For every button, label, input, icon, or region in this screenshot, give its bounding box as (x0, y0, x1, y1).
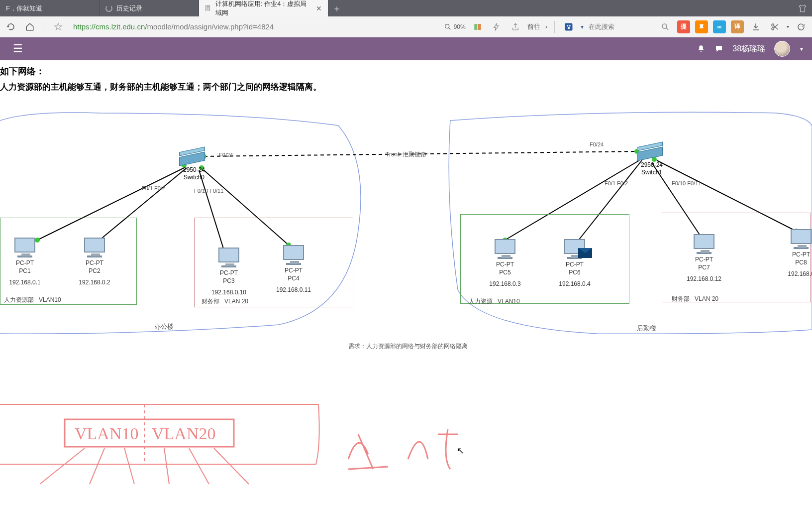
close-icon[interactable]: ✕ (316, 4, 322, 12)
dept: 人力资源部 (4, 296, 34, 303)
restore-icon[interactable] (794, 20, 808, 34)
port-label: F0/1 F0/2 (142, 185, 165, 191)
port-label: F0/24 (219, 152, 233, 158)
pc-name: PC7 (698, 264, 710, 271)
tab-label: F，你就知道 (6, 4, 42, 13)
pc4: PC-PTPC4 192.168.0.11 (271, 245, 316, 293)
ext-icon-4[interactable]: 译 (731, 20, 744, 33)
ext-icon-3[interactable]: ∞ (713, 20, 726, 33)
vlan: VLAN 20 (224, 298, 248, 305)
pc-name: PC6 (569, 269, 580, 276)
search-icon[interactable] (658, 20, 672, 34)
page-content: 如下网络： 人力资源部的主机能够互通，财务部的主机能够互通；两个部门之间的网络逻… (0, 60, 812, 508)
switch-name: Switch1 (641, 169, 662, 176)
svg-rect-3 (478, 24, 481, 30)
pc-type: PC-PT (86, 259, 103, 266)
chevron-right-icon[interactable]: › (545, 23, 547, 30)
switch0: 2950-24Switch0 (179, 150, 209, 181)
svg-line-37 (90, 448, 104, 484)
pc3: PC-PTPC3 192.168.0.10 (206, 248, 251, 296)
pc-name: PC8 (795, 259, 807, 266)
svg-point-1 (445, 24, 449, 28)
reload-button[interactable] (4, 20, 18, 34)
pc-name: PC2 (89, 267, 100, 274)
nav-text[interactable]: 前往 (527, 22, 540, 31)
pc-type: PC-PT (792, 251, 810, 258)
pc-ip: 192.168.0.10 (206, 289, 251, 296)
pc-ip: 192.168.0.2 (72, 279, 117, 286)
building-label: 后勤楼 (637, 324, 656, 333)
pc-type: PC-PT (220, 269, 238, 276)
home-button[interactable] (23, 20, 37, 34)
dept: 人力资源 (469, 298, 493, 305)
tab-2-active[interactable]: 计算机网络应用: 作业4：虚拟局域网 ✕ (199, 0, 328, 16)
svg-rect-2 (474, 24, 477, 30)
flash-icon[interactable] (490, 20, 504, 34)
pc-name: PC4 (288, 275, 299, 282)
download-icon[interactable] (749, 20, 763, 34)
switch-name: Switch0 (184, 174, 204, 181)
pc-name: PC1 (19, 267, 30, 274)
pc-ip: 192.168.0.12 (682, 275, 726, 282)
bookmark-star-icon[interactable] (51, 20, 65, 34)
url-path: /moodle/mod/assign/view.php?id=4824 (145, 22, 274, 31)
switch-model: 2950-24 (641, 161, 663, 168)
svg-line-40 (189, 448, 209, 484)
pc7: PC-PTPC7 192.168.0.12 (682, 234, 726, 282)
avatar[interactable] (774, 41, 790, 57)
pc-type: PC-PT (695, 256, 713, 263)
pc6: PC-PTPC6 192.168.0.4 (552, 239, 597, 287)
magnifier-icon (444, 23, 452, 31)
search-input[interactable] (589, 23, 653, 30)
svg-line-36 (40, 448, 85, 484)
hand-vlan10: VLAN10 (75, 424, 138, 443)
port-label: F0/24 (590, 141, 604, 147)
username[interactable]: 38杨瑶瑶 (732, 44, 765, 54)
pc-type: PC-PT (16, 259, 34, 266)
hamburger-menu-icon[interactable]: ☰ (8, 40, 28, 57)
zoom-indicator[interactable]: 90% (444, 23, 466, 31)
ext-icon-1[interactable]: 提 (677, 20, 690, 33)
dropdown-caret-icon[interactable]: ▾ (581, 23, 584, 30)
pc1: PC-PTPC1 192.168.0.1 (2, 238, 47, 286)
chat-icon[interactable] (714, 44, 723, 53)
pc-name: PC3 (223, 277, 234, 284)
svg-rect-0 (206, 5, 210, 10)
pc-type: PC-PT (566, 261, 584, 268)
tab-1[interactable]: 历史记录 (100, 0, 199, 16)
dropdown-caret-icon[interactable]: ▾ (787, 24, 789, 29)
pc5: PC-PTPC5 192.168.0.3 (483, 239, 527, 287)
hand-vlan20: VLAN20 (152, 424, 215, 443)
pc8: PC-PTPC8 192.168.0 (779, 229, 812, 277)
paw-icon[interactable] (562, 20, 576, 34)
tshirt-icon[interactable] (798, 4, 807, 13)
ext-icon-2[interactable] (695, 20, 708, 33)
port-label: F0/10 F0/11 (194, 188, 223, 194)
reader-icon[interactable] (471, 20, 485, 34)
network-diagram: 2950-24Switch0 2950-24Switch1 F0/1 F0/2 … (0, 101, 812, 380)
switch1: 2950-24Switch1 (637, 145, 667, 176)
dept: 财务部 (202, 298, 219, 305)
scissors-icon[interactable] (768, 20, 782, 34)
bell-icon[interactable] (697, 44, 706, 53)
tab-bar-right (793, 0, 812, 16)
dept: 财务部 (672, 295, 690, 302)
trunk-label: Trunk 汇聚链路 (386, 150, 426, 159)
app-header: ☰ 38杨瑶瑶 ▼ (0, 37, 812, 60)
vlan-label: 财务部 VLAN 20 (672, 295, 718, 303)
vlan-label: 人力资源部 VLAN10 (4, 296, 61, 304)
tab-0[interactable]: F，你就知道 (0, 0, 100, 16)
share-icon[interactable] (508, 20, 522, 34)
svg-line-38 (124, 448, 134, 484)
port-label: F0/1 F0/2 (605, 180, 628, 186)
url-display[interactable]: https://cms.lzit.edu.cn/moodle/mod/assig… (73, 22, 274, 31)
svg-point-6 (569, 25, 571, 26)
switch-model: 2950-24 (183, 166, 205, 173)
svg-line-39 (164, 448, 169, 484)
pc-ip: 192.168.0 (779, 270, 812, 277)
new-tab-button[interactable]: ＋ (328, 0, 345, 16)
chevron-down-icon[interactable]: ▼ (799, 46, 804, 52)
pc-ip: 192.168.0.4 (552, 280, 597, 287)
tab-label: 计算机网络应用: 作业4：虚拟局域网 (215, 0, 312, 17)
svg-line-41 (214, 448, 249, 484)
